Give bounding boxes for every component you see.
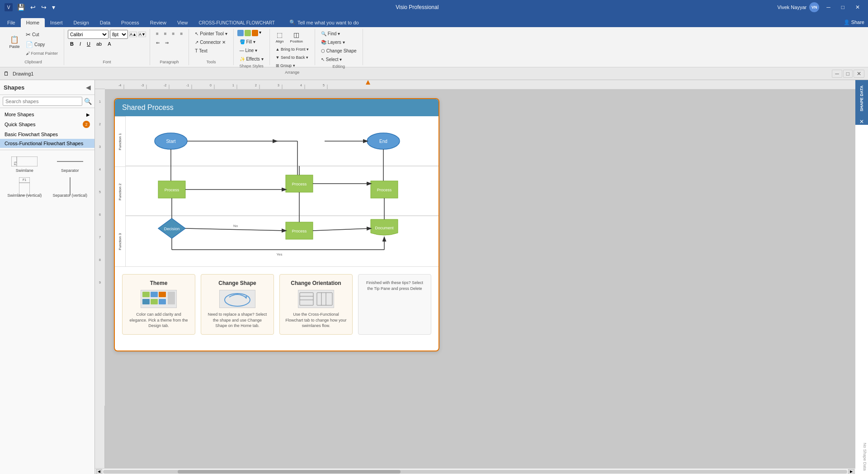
tab-process[interactable]: Process — [116, 18, 145, 27]
shape-data-tab[interactable]: SHAPE DATA — [858, 80, 866, 117]
svg-rect-87 — [317, 293, 332, 305]
change-shape-button[interactable]: ⬡ Change Shape — [319, 47, 359, 55]
tab-home[interactable]: Home — [21, 18, 45, 27]
tab-crossfunctional[interactable]: CROSS-FUNCTIONAL FLOWCHART — [193, 19, 280, 27]
title-bar: V 💾 ↩ ↪ ▾ Visio Professional Vivek Nayya… — [0, 0, 868, 14]
svg-text:3: 3 — [99, 145, 101, 148]
font-size-select[interactable]: 8pt — [110, 30, 128, 39]
align-row2: ⇐ ⇒ — [154, 39, 171, 47]
shape-item-swimlane-vertical[interactable]: F1 Swimlane (vertical) — [3, 178, 47, 201]
tab-insert[interactable]: Insert — [45, 18, 68, 27]
shapes-search-button[interactable]: 🔍 — [84, 98, 92, 105]
underline-button[interactable]: U — [85, 40, 93, 47]
subwindow-titlebar: 🗒 Drawing1 ─ □ ✕ — [0, 67, 868, 80]
bring-to-front-button[interactable]: ▲ Bring to Front ▾ — [274, 46, 311, 53]
shape-item-swimlane[interactable]: F1 Swimlane — [3, 153, 47, 176]
group-button[interactable]: ⊞ Group ▾ — [274, 62, 297, 69]
undo-quickaccess-btn[interactable]: ↩ — [28, 3, 38, 12]
subwindow-minimize-btn[interactable]: ─ — [832, 70, 842, 78]
shape-item-separator-vertical[interactable]: Separator (vertical) — [48, 178, 92, 201]
tab-data[interactable]: Data — [94, 18, 116, 27]
connector-button[interactable]: ↗ Connector ✕ — [193, 38, 228, 46]
italic-button[interactable]: I — [77, 40, 83, 47]
orientation-svg — [299, 291, 333, 307]
line-button[interactable]: — Line ▾ — [237, 47, 259, 54]
fill-button[interactable]: 🪣 Fill ▾ — [237, 38, 258, 46]
svg-text:F1: F1 — [14, 161, 17, 165]
svg-text:-3: -3 — [141, 84, 144, 87]
svg-rect-75 — [142, 292, 150, 297]
font-name-select[interactable]: Calibri — [68, 30, 108, 39]
tab-view[interactable]: View — [172, 18, 193, 27]
tab-file[interactable]: File — [2, 18, 21, 27]
shapes-panel-collapse-btn[interactable]: ◀ — [86, 84, 91, 91]
style-swatch-3[interactable] — [252, 30, 258, 36]
share-button[interactable]: 👤 Share — [844, 19, 864, 25]
shape-data-close-btn[interactable]: ✕ — [859, 118, 864, 125]
align-button[interactable]: ⬚Align — [274, 30, 286, 45]
paste-button[interactable]: 📋 Paste — [6, 30, 23, 55]
svg-text:Process: Process — [292, 182, 307, 186]
style-swatch-2[interactable] — [245, 30, 251, 36]
format-painter-button[interactable]: 🖌 Format Painter — [24, 50, 60, 57]
title-bar-left: V 💾 ↩ ↪ ▾ — [5, 3, 57, 12]
text-button[interactable]: T Text — [193, 47, 209, 55]
tell-me-box[interactable]: 🔍 Tell me what you want to do — [289, 19, 359, 25]
swimlanes-container: Start End — [126, 116, 439, 266]
svg-rect-79 — [151, 299, 158, 304]
layers-button[interactable]: 📚 Layers ▾ — [319, 38, 347, 46]
font-color-button[interactable]: A — [105, 40, 113, 47]
editing-label: Editing — [319, 64, 359, 70]
align-right-button[interactable]: ≡ — [170, 30, 177, 38]
align-left-button[interactable]: ≡ — [154, 30, 161, 38]
scroll-thumb-h[interactable] — [178, 470, 401, 474]
increase-indent-btn[interactable]: ⇒ — [163, 39, 171, 47]
tab-design[interactable]: Design — [68, 18, 94, 27]
minimize-btn[interactable]: ─ — [823, 3, 834, 11]
shapes-menu-quick-shapes[interactable]: Quick Shapes 2 — [0, 119, 94, 130]
justify-button[interactable]: ≡ — [178, 30, 185, 38]
more-styles-btn[interactable]: ▾ — [259, 30, 261, 36]
save-quickaccess-btn[interactable]: 💾 — [15, 3, 27, 12]
scroll-right-btn[interactable]: ▶ — [848, 469, 854, 474]
separator-vertical-label: Separator (vertical) — [52, 193, 87, 198]
font-increase-btn[interactable]: A▲ — [129, 32, 137, 37]
svg-line-67 — [313, 228, 371, 231]
find-button[interactable]: 🔍 Find ▾ — [319, 30, 342, 38]
redo-quickaccess-btn[interactable]: ↪ — [39, 3, 48, 12]
tab-review[interactable]: Review — [145, 18, 172, 27]
bold-button[interactable]: B — [68, 40, 76, 47]
subwindow-close-btn[interactable]: ✕ — [854, 70, 864, 78]
subwindow-maximize-btn[interactable]: □ — [843, 70, 853, 78]
canvas-scroll[interactable]: Shared Process Function 1 Function 2 Fun… — [105, 89, 855, 468]
svg-text:2: 2 — [99, 123, 101, 126]
send-to-back-button[interactable]: ▼ Send to Back ▾ — [274, 54, 311, 61]
restore-btn[interactable]: □ — [838, 3, 848, 11]
close-btn[interactable]: ✕ — [852, 3, 863, 11]
cut-button[interactable]: ✂Cut — [24, 30, 60, 39]
effects-button[interactable]: ✨ Effects ▾ — [237, 55, 266, 63]
strikethrough-button[interactable]: ab — [94, 40, 104, 47]
font-decrease-btn[interactable]: A▼ — [138, 32, 146, 37]
decrease-indent-btn[interactable]: ⇐ — [154, 39, 162, 47]
shapes-menu-more-shapes[interactable]: More Shapes ▶ — [0, 110, 94, 119]
shapes-menu-basic-flowchart[interactable]: Basic Flowchart Shapes — [0, 130, 94, 139]
position-button[interactable]: ◫Position — [288, 30, 305, 45]
no-shape-data-text: No Shape Data — [855, 439, 868, 474]
align-center-button[interactable]: ≡ — [162, 30, 169, 38]
shapes-menu: More Shapes ▶ Quick Shapes 2 Basic Flowc… — [0, 108, 94, 150]
scroll-left-btn[interactable]: ◀ — [96, 469, 102, 474]
shapes-search-input[interactable] — [3, 97, 82, 106]
customize-quickaccess-btn[interactable]: ▾ — [50, 3, 57, 12]
copy-button[interactable]: 📄Copy — [24, 40, 60, 49]
shape-item-separator[interactable]: Separator — [48, 153, 92, 176]
horizontal-scrollbar[interactable]: ◀ ▶ — [95, 468, 855, 474]
svg-point-82 — [225, 294, 250, 306]
select-button[interactable]: ↖ Select ▾ — [319, 56, 344, 63]
svg-text:5: 5 — [323, 84, 325, 87]
shapes-menu-cross-functional[interactable]: Cross-Functional Flowchart Shapes — [0, 139, 94, 148]
pointer-tool-button[interactable]: ↖ Pointer Tool ▾ — [193, 30, 229, 38]
ribbon-tab-bar: File Home Insert Design Data Process Rev… — [0, 14, 868, 27]
style-swatch-1[interactable] — [237, 30, 244, 36]
svg-text:End: End — [379, 139, 387, 144]
